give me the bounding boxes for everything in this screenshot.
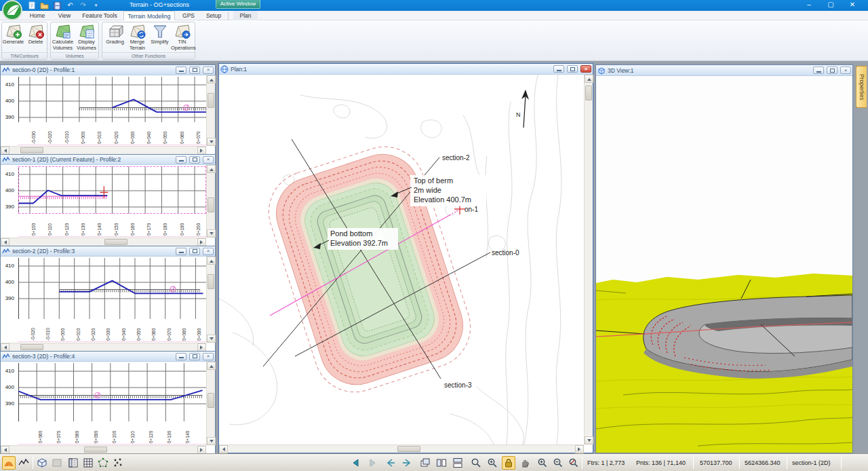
- undo-icon[interactable]: ↶: [66, 1, 75, 10]
- maximize-button[interactable]: [567, 65, 578, 73]
- minimize-button[interactable]: [176, 353, 186, 360]
- tin-operations-button[interactable]: TIN Operations: [171, 22, 193, 52]
- scroll-down-button[interactable]: [207, 437, 216, 445]
- app-maximize-button[interactable]: ▢: [821, 0, 841, 10]
- scroll-thumb[interactable]: [208, 393, 214, 408]
- zoom-out-button[interactable]: [551, 456, 565, 470]
- profile-window-titlebar[interactable]: section-3 (2D) - Profile:4 ×: [1, 352, 215, 362]
- tab-view[interactable]: View: [53, 11, 76, 20]
- scroll-down-button[interactable]: [207, 229, 216, 238]
- scroll-up-button[interactable]: [207, 165, 216, 173]
- scroll-thumb[interactable]: [104, 239, 127, 245]
- zoom-dynamic-button[interactable]: [486, 456, 499, 470]
- customize-toolbar-icon[interactable]: ▾: [92, 1, 100, 10]
- properties-tab[interactable]: Properties: [856, 66, 867, 108]
- close-button[interactable]: ×: [203, 353, 214, 360]
- generate-button[interactable]: Generate: [2, 22, 24, 46]
- zoom-lock-button[interactable]: [502, 456, 515, 470]
- horizontal-scrollbar[interactable]: [219, 445, 584, 453]
- points-tool-button[interactable]: [111, 456, 125, 470]
- profile-tool-button[interactable]: [17, 456, 31, 470]
- grading-button[interactable]: Grading: [104, 22, 126, 52]
- vertical-scrollbar[interactable]: [206, 75, 215, 146]
- minimize-button[interactable]: [176, 156, 186, 164]
- horizontal-scrollbar[interactable]: [1, 343, 206, 351]
- report-tool-button[interactable]: [66, 456, 80, 470]
- scroll-down-button[interactable]: [207, 335, 216, 343]
- scroll-up-button[interactable]: [207, 75, 216, 83]
- calculate-volumes-button[interactable]: Calculate Volumes: [51, 22, 75, 52]
- new-file-icon[interactable]: [27, 1, 36, 10]
- app-logo-icon[interactable]: [1, 0, 23, 22]
- tile-horizontal-button[interactable]: [451, 456, 465, 470]
- view3d-tool-button[interactable]: [35, 456, 49, 470]
- tab-plan[interactable]: Plan: [233, 11, 258, 20]
- tab-setup[interactable]: Setup: [202, 11, 225, 20]
- close-button[interactable]: ×: [203, 248, 214, 255]
- profile-chart[interactable]: [18, 77, 206, 122]
- zoom-cancel-button[interactable]: [567, 456, 580, 470]
- open-folder-icon[interactable]: [40, 1, 49, 10]
- next-view-button[interactable]: [400, 456, 414, 470]
- profile-chart[interactable]: [18, 258, 206, 319]
- minimize-button[interactable]: [813, 67, 824, 74]
- forward-button[interactable]: [366, 456, 379, 470]
- scroll-thumb[interactable]: [397, 446, 420, 452]
- plan-map-canvas[interactable]: section-2 section-0 section-3 on-1 Top o…: [219, 75, 584, 445]
- redo-icon[interactable]: ↷: [79, 1, 87, 10]
- scroll-thumb[interactable]: [20, 344, 43, 350]
- save-icon[interactable]: [53, 1, 62, 10]
- app-minimize-button[interactable]: –: [799, 0, 819, 10]
- scroll-down-button[interactable]: [207, 138, 216, 146]
- tab-gps[interactable]: GPS: [178, 11, 199, 20]
- simplify-button[interactable]: Simplify: [149, 22, 171, 52]
- close-button[interactable]: ×: [840, 67, 851, 74]
- vertical-scrollbar[interactable]: [584, 75, 593, 445]
- vertical-scrollbar[interactable]: [206, 257, 215, 343]
- minimize-button[interactable]: [176, 248, 186, 255]
- maximize-button[interactable]: [189, 67, 200, 74]
- app-close-button[interactable]: ✕: [842, 0, 863, 10]
- merge-terrain-button[interactable]: Merge Terrain: [126, 22, 149, 52]
- table-tool-button[interactable]: [81, 456, 95, 470]
- zoom-in-button[interactable]: [536, 456, 549, 470]
- contours-tool-button[interactable]: [2, 456, 16, 470]
- tab-terrain-modeling[interactable]: Terrain Modeling: [123, 11, 175, 20]
- horizontal-scrollbar[interactable]: [1, 238, 206, 246]
- plan-window-titlebar[interactable]: Plan:1 ×: [219, 64, 593, 75]
- close-button[interactable]: ×: [203, 67, 214, 74]
- scroll-right-button[interactable]: [575, 445, 584, 453]
- profile-window-titlebar[interactable]: section-0 (2D) - Profile:1 ×: [1, 65, 215, 75]
- scroll-left-button[interactable]: [219, 445, 228, 453]
- cascade-windows-button[interactable]: [418, 456, 432, 470]
- plan-view-tool-button[interactable]: [50, 456, 64, 470]
- maximize-button[interactable]: [827, 67, 837, 74]
- profile-window-titlebar[interactable]: section-2 (2D) - Profile:3 ×: [1, 246, 215, 257]
- profile-chart[interactable]: [18, 363, 206, 421]
- profile-chart[interactable]: [18, 166, 206, 214]
- tab-home[interactable]: Home: [24, 11, 50, 20]
- maximize-button[interactable]: [189, 353, 200, 360]
- horizontal-scrollbar[interactable]: [1, 445, 206, 453]
- horizontal-scrollbar[interactable]: [1, 146, 206, 154]
- vertical-scrollbar[interactable]: [206, 362, 215, 445]
- tile-vertical-button[interactable]: [435, 456, 448, 470]
- back-button[interactable]: [349, 456, 363, 470]
- display-volumes-button[interactable]: Display Volumes: [75, 22, 98, 52]
- close-button[interactable]: ×: [203, 156, 214, 164]
- minimize-button[interactable]: [176, 67, 186, 74]
- scroll-thumb[interactable]: [208, 197, 214, 212]
- scroll-thumb[interactable]: [208, 274, 214, 289]
- scroll-up-button[interactable]: [207, 362, 216, 370]
- profile-window-titlebar[interactable]: section-1 (2D) (Current Feature) - Profi…: [1, 155, 215, 165]
- delete-button[interactable]: Delete: [24, 22, 47, 46]
- scroll-thumb[interactable]: [20, 147, 43, 153]
- scroll-thumb[interactable]: [585, 86, 592, 100]
- minimize-button[interactable]: [553, 65, 564, 73]
- view3d-window-titlebar[interactable]: 3D View:1 ×: [596, 65, 852, 76]
- maximize-button[interactable]: [189, 156, 200, 164]
- tab-feature-tools[interactable]: Feature Tools: [79, 11, 121, 20]
- scroll-up-button[interactable]: [207, 257, 216, 265]
- maximize-button[interactable]: [189, 248, 200, 255]
- vertical-scrollbar[interactable]: [206, 165, 215, 238]
